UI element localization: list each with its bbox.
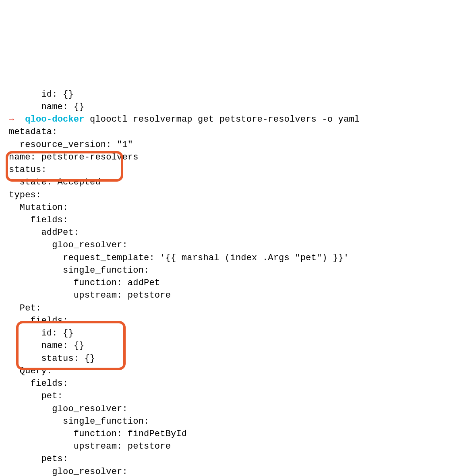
output-line: pet:	[9, 391, 63, 401]
output-line: single_function:	[9, 416, 149, 426]
terminal-output: id: {} name: {} → qloo-docker qlooctl re…	[0, 50, 468, 476]
output-line: state: Accepted	[9, 177, 101, 187]
output-line: fields:	[9, 316, 68, 326]
output-line: addPet:	[9, 228, 79, 238]
output-line: Mutation:	[9, 203, 68, 213]
output-line: fields:	[9, 215, 68, 225]
prompt-arrow-icon: →	[9, 114, 14, 124]
output-line: status:	[9, 165, 47, 175]
output-line: upstream: petstore	[9, 290, 171, 300]
output-line: gloo_resolver:	[9, 404, 128, 414]
output-line: Pet:	[9, 303, 41, 313]
output-line: name: {}	[9, 102, 85, 112]
output-line: function: addPet	[9, 278, 160, 288]
prompt-dir: qloo-docker	[25, 114, 84, 124]
output-line: metadata:	[9, 127, 58, 137]
output-line: gloo_resolver:	[9, 467, 128, 476]
output-line: pets:	[9, 454, 68, 464]
output-line: id: {}	[9, 89, 74, 99]
output-line: name: petstore-resolvers	[9, 152, 139, 162]
output-line: id: {}	[9, 328, 74, 338]
command-text[interactable]: qlooctl resolvermap get petstore-resolve…	[90, 114, 360, 124]
output-line: resource_version: "1"	[9, 140, 133, 150]
output-line: function: findPetById	[9, 429, 187, 439]
output-line: single_function:	[9, 265, 149, 275]
output-line: types:	[9, 190, 41, 200]
output-line: Query:	[9, 366, 52, 376]
output-line: status: {}	[9, 354, 95, 364]
output-line: upstream: petstore	[9, 441, 171, 451]
output-line: name: {}	[9, 341, 85, 351]
output-line: request_template: '{{ marshal (index .Ar…	[9, 253, 349, 263]
output-line: gloo_resolver:	[9, 240, 128, 250]
output-line: fields:	[9, 379, 68, 389]
